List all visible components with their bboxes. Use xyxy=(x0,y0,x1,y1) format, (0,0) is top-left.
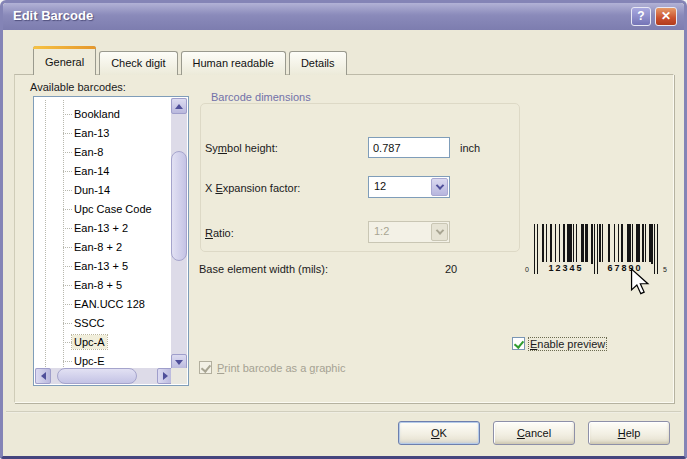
enable-preview-checkbox[interactable] xyxy=(512,337,525,350)
list-item[interactable]: Dun-14 xyxy=(35,181,173,200)
list-item[interactable]: SSCC xyxy=(35,314,173,333)
list-item-label: Dun-14 xyxy=(72,183,112,197)
list-item-label: Ean-14 xyxy=(72,164,111,178)
tab-check-digit[interactable]: Check digit xyxy=(99,51,177,75)
list-item[interactable]: Upc-A xyxy=(35,333,173,352)
list-item-label: Ean-8 + 5 xyxy=(72,278,124,292)
window-title: Edit Barcode xyxy=(13,8,93,23)
tree-branch-line xyxy=(63,171,72,172)
tree-branch-line xyxy=(63,247,72,248)
barcode-leading-digit: 0 xyxy=(525,266,529,273)
list-item[interactable]: Upc Case Code xyxy=(35,200,173,219)
list-item[interactable]: Upc-E xyxy=(35,352,173,369)
titlebar-help-icon[interactable]: ? xyxy=(631,7,651,26)
x-expansion-label: X Expansion factor: xyxy=(205,182,300,194)
tree-branch-line xyxy=(63,323,72,324)
tree-branch-line xyxy=(63,133,72,134)
list-item-label: Bookland xyxy=(72,107,122,121)
tree-branch-line xyxy=(63,342,72,343)
symbol-height-input[interactable] xyxy=(368,137,450,158)
tab-details[interactable]: Details xyxy=(289,51,347,75)
tree-branch-line xyxy=(63,266,72,267)
enable-preview-label[interactable]: Enable preview xyxy=(529,338,606,350)
list-item[interactable]: Ean-13 + 2 xyxy=(35,219,173,238)
print-graphic-label: Print barcode as a graphic xyxy=(217,362,345,374)
list-item[interactable]: Ean-8 xyxy=(35,143,173,162)
ratio-label: Ratio: xyxy=(205,227,234,239)
list-item-label: Upc-A xyxy=(72,335,107,349)
tree-branch-line xyxy=(63,285,72,286)
list-item[interactable]: Bookland xyxy=(35,105,173,124)
horizontal-scrollbar[interactable] xyxy=(35,368,173,384)
chevron-down-icon[interactable] xyxy=(431,178,448,196)
barcode-dimensions-group xyxy=(200,103,520,252)
list-item[interactable]: Ean-13 + 5 xyxy=(35,257,173,276)
vertical-scroll-thumb[interactable] xyxy=(171,151,187,261)
tree-branch-line xyxy=(63,304,72,305)
base-element-width-value: 20 xyxy=(445,263,457,275)
symbol-height-unit-label: inch xyxy=(460,142,480,154)
x-expansion-select[interactable]: 12 xyxy=(368,176,450,198)
list-item-label: Ean-8 + 2 xyxy=(72,240,124,254)
cancel-button[interactable]: Cancel xyxy=(493,421,575,445)
base-element-width-label: Base element width (mils): xyxy=(199,263,328,275)
barcode-dimensions-group-label: Barcode dimensions xyxy=(207,91,315,103)
x-expansion-value: 12 xyxy=(374,180,386,192)
chevron-down-icon xyxy=(431,223,448,241)
barcode-trailing-digit: 5 xyxy=(663,266,667,273)
tab-bar: GeneralCheck digitHuman readableDetails xyxy=(33,46,350,75)
tree-branch-line xyxy=(63,361,72,362)
close-icon[interactable]: ✕ xyxy=(655,7,677,26)
horizontal-scroll-thumb[interactable] xyxy=(57,368,137,384)
barcode-digits-left: 12345 xyxy=(541,262,591,274)
tab-general[interactable]: General xyxy=(33,46,96,75)
list-item-label: EAN.UCC 128 xyxy=(72,297,147,311)
edit-barcode-dialog: Edit Barcode ? ✕ GeneralCheck digitHuman… xyxy=(0,0,687,459)
list-item[interactable]: Ean-13 xyxy=(35,124,173,143)
available-barcodes-label: Available barcodes: xyxy=(30,81,126,93)
symbol-height-label: Symbol height: xyxy=(205,142,278,154)
list-item[interactable]: Ean-8 + 5 xyxy=(35,276,173,295)
mouse-cursor-icon xyxy=(630,268,650,295)
help-button[interactable]: Help xyxy=(588,421,670,445)
list-item-label: SSCC xyxy=(72,316,107,330)
titlebar[interactable]: Edit Barcode ? ✕ xyxy=(3,3,684,30)
tree-branch-line xyxy=(63,114,72,115)
button-row-divider xyxy=(6,411,681,413)
tree-branch-line xyxy=(63,209,72,210)
barcode-list-items: BooklandEan-13Ean-8Ean-14Dun-14Upc Case … xyxy=(35,98,173,369)
list-item-label: Upc-E xyxy=(72,354,107,368)
scrollbar-corner xyxy=(171,368,187,384)
tree-branch-line xyxy=(63,228,72,229)
scroll-left-icon[interactable] xyxy=(35,368,51,384)
scroll-up-icon[interactable] xyxy=(171,98,187,114)
tab-human-readable[interactable]: Human readable xyxy=(181,51,286,75)
list-item-label: Ean-13 xyxy=(72,126,111,140)
print-graphic-checkbox xyxy=(199,361,212,374)
tree-branch-line xyxy=(63,190,72,191)
list-item[interactable]: Ean-8 + 2 xyxy=(35,238,173,257)
vertical-scrollbar[interactable] xyxy=(171,98,187,370)
list-item-label: Ean-8 xyxy=(72,145,105,159)
ok-button[interactable]: OK xyxy=(398,421,480,445)
list-item[interactable]: EAN.UCC 128 xyxy=(35,295,173,314)
list-item-label: Ean-13 + 2 xyxy=(72,221,130,235)
ratio-select: 1:2 xyxy=(368,221,450,243)
list-item-label: Upc Case Code xyxy=(72,202,154,216)
list-item[interactable]: Ean-14 xyxy=(35,162,173,181)
barcode-list: BooklandEan-13Ean-8Ean-14Dun-14Upc Case … xyxy=(33,96,189,386)
ratio-value: 1:2 xyxy=(374,225,389,237)
list-item-label: Ean-13 + 5 xyxy=(72,259,130,273)
tree-branch-line xyxy=(63,152,72,153)
